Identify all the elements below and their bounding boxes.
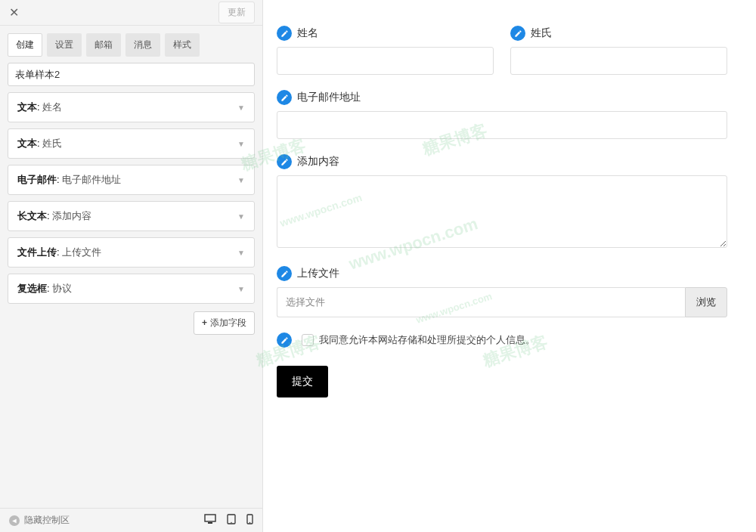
edit-icon[interactable] [277, 90, 292, 105]
svg-rect-0 [205, 515, 215, 521]
label-upload: 上传文件 [277, 266, 727, 281]
label-email: 电子邮件地址 [277, 90, 727, 105]
plus-icon: + [202, 317, 207, 328]
field-item-longtext[interactable]: 长文本: 添加内容 ▼ [8, 201, 255, 231]
arrow-left-icon: ◄ [9, 515, 20, 526]
label-textarea: 添加内容 [277, 154, 727, 169]
submit-button[interactable]: 提交 [277, 366, 328, 397]
hide-control-toggle[interactable]: ◄ 隐藏控制区 [9, 514, 70, 527]
chevron-down-icon: ▼ [237, 176, 245, 184]
svg-point-5 [249, 522, 250, 523]
chevron-down-icon: ▼ [237, 104, 245, 112]
label-lastname: 姓氏 [510, 26, 727, 41]
field-item-firstname[interactable]: 文本: 姓名 ▼ [8, 92, 255, 122]
email-input[interactable] [277, 111, 727, 139]
firstname-input[interactable] [277, 47, 494, 75]
edit-icon[interactable] [277, 332, 292, 348]
tablet-icon[interactable] [227, 514, 236, 527]
edit-icon[interactable] [510, 26, 525, 41]
close-icon[interactable]: ✕ [9, 5, 19, 20]
edit-icon[interactable] [277, 26, 292, 41]
builder-sidebar: ✕ 更新 创建 设置 邮箱 消息 样式 文本: 姓名 ▼ 文本: 姓氏 ▼ 电子… [0, 0, 263, 532]
field-item-checkbox[interactable]: 复选框: 协议 ▼ [8, 274, 255, 304]
content-textarea[interactable] [277, 175, 727, 248]
browse-button[interactable]: 浏览 [685, 287, 727, 317]
chevron-down-icon: ▼ [237, 249, 245, 257]
lastname-input[interactable] [510, 47, 727, 75]
svg-rect-1 [208, 522, 212, 524]
tab-message[interactable]: 消息 [125, 33, 160, 57]
field-item-email[interactable]: 电子邮件: 电子邮件地址 ▼ [8, 165, 255, 195]
field-item-fileupload[interactable]: 文件上传: 上传文件 ▼ [8, 237, 255, 268]
sidebar-header: ✕ 更新 [0, 0, 262, 26]
mobile-icon[interactable] [246, 514, 253, 527]
consent-label: 我同意允许本网站存储和处理所提交的个人信息。 [319, 333, 535, 347]
desktop-icon[interactable] [204, 514, 216, 527]
tab-mail[interactable]: 邮箱 [86, 33, 121, 57]
file-field[interactable]: 选择文件 [277, 287, 685, 317]
tab-style[interactable]: 样式 [165, 33, 200, 57]
consent-row: 我同意允许本网站存储和处理所提交的个人信息。 [277, 332, 727, 348]
edit-icon[interactable] [277, 266, 292, 281]
chevron-down-icon: ▼ [237, 140, 245, 148]
sidebar-tabs: 创建 设置 邮箱 消息 样式 [0, 26, 262, 63]
tab-create[interactable]: 创建 [8, 33, 42, 57]
field-list: 文本: 姓名 ▼ 文本: 姓氏 ▼ 电子邮件: 电子邮件地址 ▼ 长文本: 添加… [0, 92, 262, 310]
form-name-input[interactable] [8, 63, 255, 86]
field-item-lastname[interactable]: 文本: 姓氏 ▼ [8, 128, 255, 159]
device-switcher [204, 514, 253, 527]
sidebar-footer: ◄ 隐藏控制区 [0, 508, 262, 532]
add-field-button[interactable]: +添加字段 [194, 311, 255, 335]
form-preview: 糖果博客 糖果博客 www.wpocn.com www.wpocn.com 糖果… [263, 0, 756, 532]
update-button[interactable]: 更新 [218, 2, 255, 23]
label-firstname: 姓名 [277, 26, 494, 41]
tab-settings[interactable]: 设置 [47, 33, 82, 57]
svg-point-3 [231, 522, 231, 523]
consent-checkbox[interactable] [302, 334, 314, 346]
chevron-down-icon: ▼ [237, 285, 245, 293]
chevron-down-icon: ▼ [237, 212, 245, 221]
edit-icon[interactable] [277, 154, 292, 169]
